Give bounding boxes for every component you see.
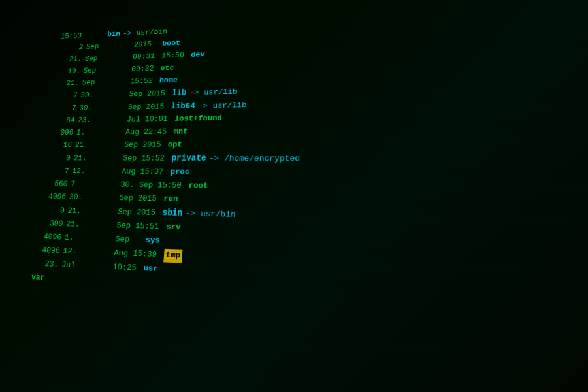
file-name: proc — [170, 166, 190, 179]
file-date: 12. — [71, 165, 122, 178]
file-name: sys — [145, 234, 161, 248]
file-time: Sep 15:51 — [116, 220, 167, 234]
file-name-highlighted: tmp — [163, 248, 183, 263]
file-date: 1. — [64, 231, 116, 246]
file-time: 2015 — [133, 39, 163, 51]
file-date: 30. — [80, 89, 129, 102]
symlink-target: /home/encrypted — [224, 153, 301, 166]
file-size: 21. — [54, 77, 82, 90]
file-time: 30. Sep 15:50 — [120, 179, 189, 193]
file-size: 560 — [42, 178, 71, 191]
file-time: Sep 2015 — [118, 206, 163, 220]
file-time: Jul 10:01 — [126, 114, 175, 127]
file-name: bin — [106, 29, 120, 41]
symlink-target: usr/lib — [203, 86, 237, 99]
file-year: 15:50 — [161, 50, 191, 63]
file-date: 30. — [69, 191, 120, 205]
file-size: 300 — [37, 218, 67, 231]
symlink-target: usr/bin — [200, 208, 236, 222]
file-size: 7 — [44, 165, 73, 178]
file-time: Sep 2015 — [129, 88, 172, 101]
file-size: 21. — [57, 54, 86, 66]
file-date: Sep — [84, 52, 133, 65]
file-date: Sep — [83, 64, 132, 77]
file-date: 21. — [65, 218, 117, 233]
file-name: mnt — [173, 126, 188, 139]
file-listing: 15:53 bin -> usr/bin 2 Sep 2015 boot 21.… — [31, 5, 588, 314]
file-date: 7 — [70, 178, 121, 191]
file-name: home — [159, 74, 178, 87]
file-size: 23. — [32, 257, 62, 272]
file-time: Aug 15:39 — [114, 247, 165, 262]
file-name: usr — [143, 262, 159, 276]
symlink-target: usr/bin — [136, 26, 168, 39]
symlink-arrow: -> — [197, 100, 208, 112]
file-size: 84 — [50, 115, 78, 127]
file-name: dev — [191, 49, 206, 61]
file-size: 7 — [53, 90, 82, 103]
file-date: 12. — [62, 245, 114, 260]
file-size: 7 — [51, 103, 80, 115]
file-name: boot — [162, 38, 181, 50]
file-size: 4096 — [35, 231, 65, 244]
file-size: 2 — [59, 42, 87, 54]
file-name: opt — [167, 139, 182, 152]
file-time: 10:25 — [112, 261, 144, 276]
file-date: Jul — [61, 259, 113, 274]
file-date: 21. — [73, 153, 123, 165]
file-name: lib64 — [171, 100, 195, 113]
file-time: 09:31 — [132, 50, 162, 63]
file-name: etc — [160, 62, 174, 74]
file-name: private — [171, 152, 207, 165]
table-row: 16 21. Sep 2015 opt — [46, 137, 588, 152]
file-time: Aug 22:45 — [125, 126, 174, 139]
file-size: 16 — [46, 140, 75, 152]
file-name: srv — [165, 221, 181, 235]
file-date: 15:53 — [60, 29, 108, 42]
file-time: Sep 15:52 — [122, 153, 172, 165]
file-name: run — [163, 193, 179, 206]
file-name: var — [31, 270, 46, 284]
file-size: 19. — [56, 65, 84, 78]
file-date: 23. — [77, 114, 127, 127]
file-name: sbin — [162, 206, 183, 220]
terminal-content: 15:53 bin -> usr/bin 2 Sep 2015 boot 21.… — [8, 0, 588, 392]
symlink-arrow: -> — [208, 153, 219, 166]
file-time: Aug 15:37 — [121, 166, 171, 179]
file-size: 0 — [45, 153, 74, 165]
file-time: 15:52 — [130, 75, 160, 88]
file-size: 096 — [48, 127, 77, 139]
file-date: 30. — [78, 102, 128, 114]
file-size: 4096 — [34, 244, 64, 257]
file-size: 0 — [39, 204, 68, 218]
table-row: 0 21. Sep 15:52 private -> /home/encrypt… — [45, 152, 588, 168]
symlink-target: usr/lib — [212, 99, 247, 112]
file-size: 4096 — [41, 191, 70, 204]
file-time: Sep 2015 — [119, 192, 165, 206]
file-name: root — [188, 180, 208, 193]
file-date: Sep — [82, 76, 131, 89]
terminal-window: 15:53 bin -> usr/bin 2 Sep 2015 boot 21.… — [0, 0, 588, 392]
symlink-arrow: -> — [185, 207, 195, 221]
file-date: Sep — [86, 40, 135, 53]
file-name: lib — [172, 87, 188, 100]
file-time: Sep — [115, 233, 146, 248]
file-name: lost+found — [174, 112, 222, 125]
file-time: Sep 2015 — [127, 101, 172, 114]
file-time: 09:32 — [131, 63, 161, 75]
file-time: Sep 2015 — [123, 139, 168, 152]
symlink-arrow: -> — [122, 28, 132, 40]
symlink-arrow: -> — [189, 87, 199, 99]
file-date: 21. — [67, 205, 118, 219]
file-date: 1. — [76, 127, 126, 139]
file-date: 21. — [74, 139, 125, 152]
